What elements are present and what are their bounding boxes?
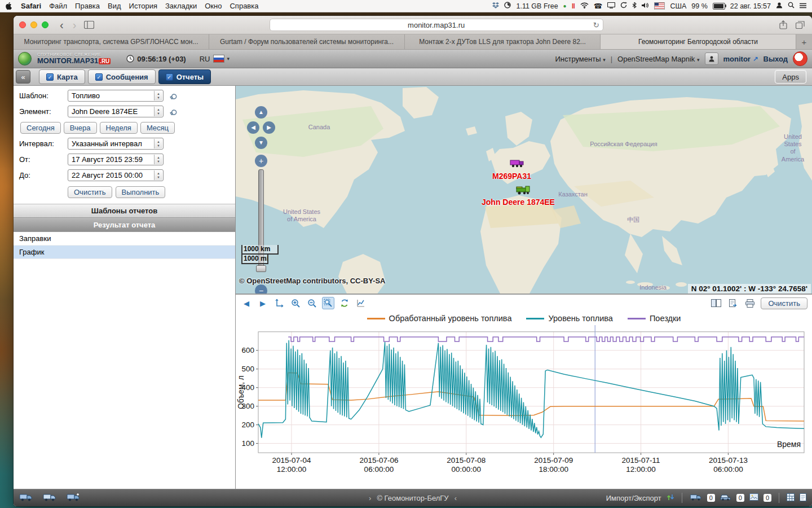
edit-element-wrench-icon[interactable] <box>169 107 179 117</box>
menu-history[interactable]: История <box>129 2 157 10</box>
import-export-link[interactable]: Импорт/Экспорт <box>606 494 661 502</box>
fuel-chart[interactable]: 1002003004005006002015-07-0412:00:002015… <box>236 325 812 489</box>
tab-messages[interactable]: ✓ Сообщения <box>88 69 156 84</box>
zoom-in-chart-icon[interactable] <box>289 297 302 309</box>
menu-window[interactable]: Окно <box>205 2 222 10</box>
date-stepper-icon[interactable]: ▲▼ <box>154 155 162 164</box>
map-provider-menu[interactable]: OpenStreetMap Mapnik ▾ <box>617 55 699 63</box>
section-report-templates[interactable]: Шаблоны отчетов <box>14 204 235 218</box>
from-date-input[interactable]: 17 Август 2015 23:59 ▲▼ <box>68 154 164 165</box>
to-date-input[interactable]: 22 Август 2015 00:00 ▲▼ <box>68 169 164 181</box>
disk-space-icon[interactable] <box>504 2 511 10</box>
app-badge-icon[interactable] <box>793 51 807 66</box>
logout-link[interactable]: Выход <box>764 55 788 63</box>
range-month-button[interactable]: Месяц <box>140 122 175 134</box>
run-report-button[interactable]: Выполнить <box>116 186 166 198</box>
monitored-units-icon[interactable] <box>690 493 702 503</box>
print-icon[interactable] <box>744 297 756 309</box>
vehicle-marker-truck[interactable] <box>510 158 524 170</box>
legend-item[interactable]: Обработанный уровень топлива <box>367 314 512 323</box>
clear-report-button[interactable]: Очистить <box>68 186 112 198</box>
free-space-text[interactable]: 1.11 GB Free <box>516 2 558 10</box>
select-stepper-icon[interactable]: ▲▼ <box>154 91 162 100</box>
dropbox-icon[interactable] <box>492 2 499 10</box>
range-week-button[interactable]: Неделя <box>100 122 138 134</box>
legend-item[interactable]: Поездки <box>628 314 681 323</box>
zoom-out-button[interactable]: − <box>255 284 267 295</box>
share-icon[interactable] <box>777 20 789 30</box>
split-view-icon[interactable] <box>710 297 722 309</box>
template-select[interactable]: Топливо ▲▼ <box>68 90 164 102</box>
menu-view[interactable]: Вид <box>108 2 121 10</box>
apple-menu-icon[interactable] <box>6 2 13 10</box>
tab-map[interactable]: ✓ Карта <box>39 69 85 84</box>
import-export-icon[interactable] <box>667 493 674 503</box>
menubar-clock[interactable]: 22 авг. 15:57 <box>730 2 771 10</box>
map-checkbox[interactable]: ✓ <box>46 73 54 81</box>
pan-chart-left-button[interactable]: ◀ <box>240 297 253 309</box>
section-report-result[interactable]: Результат отчета <box>14 218 235 232</box>
zoom-window-button[interactable] <box>42 21 48 28</box>
account-link[interactable]: monitor ↗ <box>723 55 758 63</box>
legend-item[interactable]: Уровень топлива <box>526 314 612 323</box>
battery-icon[interactable] <box>713 3 725 10</box>
tracked-vehicles-icon[interactable] <box>720 493 731 502</box>
user-settings-button[interactable] <box>705 52 718 65</box>
messages-checkbox[interactable]: ✓ <box>95 73 103 81</box>
menu-file[interactable]: Файл <box>49 2 67 10</box>
parallels-icon[interactable]: ‖ <box>572 2 575 10</box>
zoom-in-button[interactable]: + <box>255 155 267 167</box>
element-select[interactable]: John Deere 1874EE ▲▼ <box>68 106 164 117</box>
export-icon[interactable] <box>727 297 739 309</box>
menu-help[interactable]: Справка <box>230 2 258 10</box>
phone-icon[interactable]: ☎ <box>594 2 603 10</box>
reload-icon[interactable]: ↻ <box>593 21 599 29</box>
select-stepper-icon[interactable]: ▲▼ <box>154 107 162 116</box>
pan-left-button[interactable]: ◀ <box>247 121 259 134</box>
menu-bookmarks[interactable]: Закладки <box>165 2 197 10</box>
minimize-window-button[interactable] <box>30 21 37 28</box>
axis-settings-icon[interactable] <box>273 297 285 309</box>
address-bar[interactable]: monitor.map31.ru ↻ <box>270 19 603 31</box>
pan-down-button[interactable]: ▼ <box>255 137 267 149</box>
range-yesterday-button[interactable]: Вчера <box>64 122 97 134</box>
pan-right-button[interactable]: ▶ <box>263 121 275 134</box>
apps-button[interactable]: Apps <box>775 70 806 84</box>
tools-menu[interactable]: Инструменты ▾ <box>555 55 605 63</box>
display-icon[interactable] <box>607 2 615 10</box>
units-truck-icon-1[interactable] <box>19 493 33 503</box>
language-selector[interactable]: RU ▾ <box>200 55 230 63</box>
menu-edit[interactable]: Правка <box>75 2 100 10</box>
zoom-out-chart-icon[interactable] <box>306 297 318 309</box>
browser-tab-4-active[interactable]: Геомониторинг Белгородской области <box>601 34 796 49</box>
bluetooth-icon[interactable] <box>632 2 637 10</box>
browser-tab-3[interactable]: Монтаж 2-х ДУТов LLS для трактора John D… <box>405 34 601 49</box>
spotlight-icon[interactable] <box>788 2 795 10</box>
interval-select[interactable]: Указанный интервал ▲▼ <box>68 138 164 150</box>
vehicle-label-m269pa31[interactable]: M269PA31 <box>492 172 531 181</box>
sync-icon[interactable] <box>620 2 627 10</box>
refresh-chart-icon[interactable] <box>338 297 351 309</box>
tab-reports-active[interactable]: ✓ Отчеты <box>158 69 211 84</box>
input-language-label[interactable]: США <box>670 2 686 10</box>
notification-center-icon[interactable] <box>800 2 806 10</box>
units-truck-icon-2[interactable] <box>43 493 56 503</box>
chevron-right-icon[interactable]: › <box>369 494 371 502</box>
forward-button[interactable]: › <box>70 19 79 30</box>
reports-checkbox[interactable]: ✓ <box>166 73 173 81</box>
volume-icon[interactable] <box>642 2 649 10</box>
range-today-button[interactable]: Сегодня <box>20 122 61 134</box>
zoom-selection-icon[interactable] <box>322 297 334 309</box>
zoom-slider-handle[interactable] <box>256 265 266 272</box>
vehicle-marker-harvester[interactable] <box>515 185 531 198</box>
menubar-app-name[interactable]: Safari <box>21 2 41 10</box>
input-language-flag-icon[interactable] <box>654 2 665 10</box>
battery-percent[interactable]: 99 % <box>691 2 708 10</box>
table-tool-icon[interactable] <box>787 493 795 503</box>
vehicle-label-john-deere[interactable]: John Deere 1874EE <box>482 198 555 207</box>
result-item-chart-selected[interactable]: График <box>14 246 235 259</box>
close-window-button[interactable] <box>19 21 26 28</box>
chart-settings-icon[interactable] <box>355 297 367 309</box>
log-tool-icon[interactable] <box>800 493 806 503</box>
media-icon[interactable] <box>749 493 758 502</box>
